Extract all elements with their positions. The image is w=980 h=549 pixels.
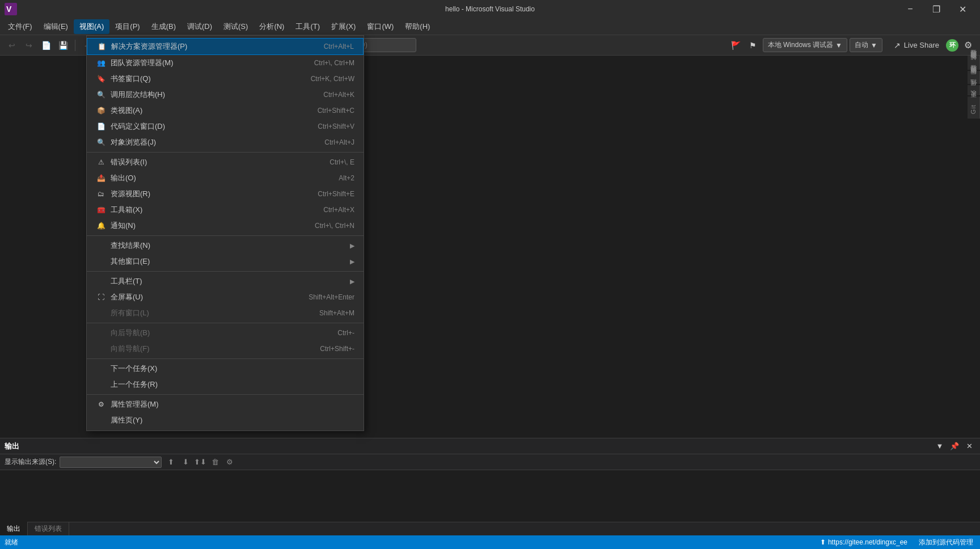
dropdown-item-label-object-browser: 对象浏览器(J) [111, 137, 315, 147]
dropdown-item-icon-properties-page [96, 415, 106, 425]
dropdown-item-shortcut-object-browser: Ctrl+Alt+J [324, 138, 354, 146]
dropdown-item-other-windows[interactable]: 其他窗口(E)▶ [87, 254, 364, 269]
dropdown-overlay[interactable]: 📋解决方案资源管理器(P)Ctrl+Alt+L👥团队资源管理器(M)Ctrl+\… [0, 0, 980, 549]
dropdown-item-icon-fullscreen: ⛶ [96, 292, 106, 302]
dropdown-item-icon-all-windows [96, 308, 106, 318]
dropdown-separator [87, 235, 364, 236]
dropdown-item-label-team-explorer: 团队资源管理器(M) [111, 58, 305, 68]
dropdown-item-icon-next-task [96, 364, 106, 374]
dropdown-item-properties-manager[interactable]: ⚙属性管理器(M) [87, 396, 364, 412]
dropdown-item-label-other-windows: 其他窗口(E) [111, 256, 348, 267]
dropdown-item-icon-object-browser: 🔍 [96, 137, 106, 147]
dropdown-item-object-browser[interactable]: 🔍对象浏览器(J)Ctrl+Alt+J [87, 134, 364, 150]
dropdown-item-icon-other-windows [96, 256, 106, 267]
dropdown-item-code-definition[interactable]: 📄代码定义窗口(D)Ctrl+Shift+V [87, 119, 364, 134]
dropdown-item-icon-solution-explorer: 📋 [96, 41, 107, 52]
dropdown-item-shortcut-nav-back: Ctrl+- [337, 329, 354, 337]
dropdown-item-prev-task[interactable]: 上一个任务(R) [87, 377, 364, 392]
dropdown-item-shortcut-solution-explorer: Ctrl+Alt+L [324, 43, 354, 50]
dropdown-item-shortcut-notifications: Ctrl+\, Ctrl+N [315, 222, 354, 230]
dropdown-item-arrow-toolbar: ▶ [350, 278, 354, 285]
dropdown-item-label-bookmark: 书签窗口(Q) [111, 74, 302, 84]
dropdown-item-shortcut-all-windows: Shift+Alt+M [319, 309, 354, 317]
dropdown-item-icon-call-hierarchy: 🔍 [96, 90, 106, 100]
dropdown-item-shortcut-class-view: Ctrl+Shift+C [318, 107, 354, 115]
dropdown-item-toolbox[interactable]: 🧰工具箱(X)Ctrl+Alt+X [87, 202, 364, 218]
dropdown-item-notifications[interactable]: 🔔通知(N)Ctrl+\, Ctrl+N [87, 218, 364, 234]
dropdown-item-toolbar[interactable]: 工具栏(T)▶ [87, 273, 364, 289]
dropdown-item-icon-bookmark: 🔖 [96, 74, 106, 84]
dropdown-item-shortcut-call-hierarchy: Ctrl+Alt+K [323, 91, 354, 99]
dropdown-item-fullscreen[interactable]: ⛶全屏幕(U)Shift+Alt+Enter [87, 289, 364, 305]
dropdown-item-icon-nav-forward [96, 344, 106, 354]
dropdown-item-arrow-other-windows: ▶ [350, 258, 354, 265]
dropdown-item-shortcut-error-list: Ctrl+\, E [330, 158, 354, 166]
dropdown-item-label-fullscreen: 全屏幕(U) [111, 292, 299, 302]
dropdown-item-team-explorer[interactable]: 👥团队资源管理器(M)Ctrl+\, Ctrl+M [87, 55, 364, 71]
dropdown-item-shortcut-fullscreen: Shift+Alt+Enter [309, 293, 354, 301]
dropdown-item-label-find-results: 查找结果(N) [111, 240, 348, 251]
dropdown-item-nav-back: 向后导航(B)Ctrl+- [87, 325, 364, 341]
dropdown-item-call-hierarchy[interactable]: 🔍调用层次结构(H)Ctrl+Alt+K [87, 87, 364, 103]
dropdown-item-shortcut-code-definition: Ctrl+Shift+V [318, 123, 354, 130]
dropdown-item-icon-toolbox: 🧰 [96, 205, 106, 215]
dropdown-item-label-nav-back: 向后导航(B) [111, 328, 328, 338]
dropdown-item-shortcut-nav-forward: Ctrl+Shift+- [320, 345, 354, 353]
dropdown-item-label-properties-manager: 属性管理器(M) [111, 399, 354, 409]
dropdown-item-shortcut-team-explorer: Ctrl+\, Ctrl+M [314, 59, 354, 67]
dropdown-item-label-notifications: 通知(N) [111, 221, 306, 231]
dropdown-item-error-list[interactable]: ⚠错误列表(I)Ctrl+\, E [87, 154, 364, 170]
dropdown-item-label-nav-forward: 向前导航(F) [111, 344, 311, 354]
dropdown-item-label-toolbox: 工具箱(X) [111, 205, 314, 215]
dropdown-item-icon-properties-manager: ⚙ [96, 399, 106, 409]
dropdown-item-shortcut-bookmark: Ctrl+K, Ctrl+W [311, 75, 354, 83]
dropdown-separator [87, 394, 364, 395]
dropdown-item-label-error-list: 错误列表(I) [111, 157, 320, 167]
dropdown-item-solution-explorer[interactable]: 📋解决方案资源管理器(P)Ctrl+Alt+L [87, 38, 364, 55]
dropdown-separator [87, 323, 364, 323]
dropdown-item-shortcut-output: Alt+2 [339, 174, 354, 182]
dropdown-item-icon-notifications: 🔔 [96, 221, 106, 231]
dropdown-item-icon-find-results [96, 240, 106, 251]
dropdown-item-bookmark[interactable]: 🔖书签窗口(Q)Ctrl+K, Ctrl+W [87, 71, 364, 87]
dropdown-item-icon-resource-view: 🗂 [96, 189, 106, 199]
dropdown-item-icon-code-definition: 📄 [96, 121, 106, 132]
dropdown-item-label-class-view: 类视图(A) [111, 105, 309, 116]
dropdown-item-label-all-windows: 所有窗口(L) [111, 308, 310, 318]
dropdown-item-arrow-find-results: ▶ [350, 242, 354, 250]
dropdown-item-label-output: 输出(O) [111, 173, 330, 183]
dropdown-item-shortcut-toolbox: Ctrl+Alt+X [323, 206, 354, 214]
dropdown-item-icon-prev-task [96, 379, 106, 390]
dropdown-separator [87, 271, 364, 272]
dropdown-item-resource-view[interactable]: 🗂资源视图(R)Ctrl+Shift+E [87, 186, 364, 202]
dropdown-item-label-code-definition: 代码定义窗口(D) [111, 121, 309, 132]
dropdown-item-shortcut-resource-view: Ctrl+Shift+E [318, 190, 354, 198]
dropdown-item-nav-forward: 向前导航(F)Ctrl+Shift+- [87, 341, 364, 357]
dropdown-item-label-next-task: 下一个任务(X) [111, 364, 354, 374]
dropdown-item-icon-nav-back [96, 328, 106, 338]
dropdown-item-label-prev-task: 上一个任务(R) [111, 379, 354, 390]
dropdown-item-next-task[interactable]: 下一个任务(X) [87, 361, 364, 377]
dropdown-item-label-resource-view: 资源视图(R) [111, 189, 309, 199]
dropdown-item-find-results[interactable]: 查找结果(N)▶ [87, 238, 364, 254]
dropdown-item-output[interactable]: 📤输出(O)Alt+2 [87, 170, 364, 186]
dropdown-item-all-windows: 所有窗口(L)Shift+Alt+M [87, 305, 364, 321]
dropdown-separator [87, 152, 364, 153]
dropdown-item-icon-team-explorer: 👥 [96, 58, 106, 68]
dropdown-item-icon-class-view: 📦 [96, 105, 106, 116]
dropdown-item-label-properties-page: 属性页(Y) [111, 415, 354, 425]
dropdown-item-label-toolbar: 工具栏(T) [111, 276, 348, 286]
dropdown-separator [87, 358, 364, 359]
dropdown-item-label-call-hierarchy: 调用层次结构(H) [111, 90, 314, 100]
dropdown-item-properties-page[interactable]: 属性页(Y) [87, 412, 364, 428]
dropdown-item-class-view[interactable]: 📦类视图(A)Ctrl+Shift+C [87, 103, 364, 119]
dropdown-item-icon-toolbar [96, 276, 106, 286]
dropdown-item-icon-error-list: ⚠ [96, 157, 106, 167]
view-dropdown-menu: 📋解决方案资源管理器(P)Ctrl+Alt+L👥团队资源管理器(M)Ctrl+\… [86, 35, 364, 431]
dropdown-item-label-solution-explorer: 解决方案资源管理器(P) [111, 41, 315, 52]
dropdown-item-icon-output: 📤 [96, 173, 106, 183]
